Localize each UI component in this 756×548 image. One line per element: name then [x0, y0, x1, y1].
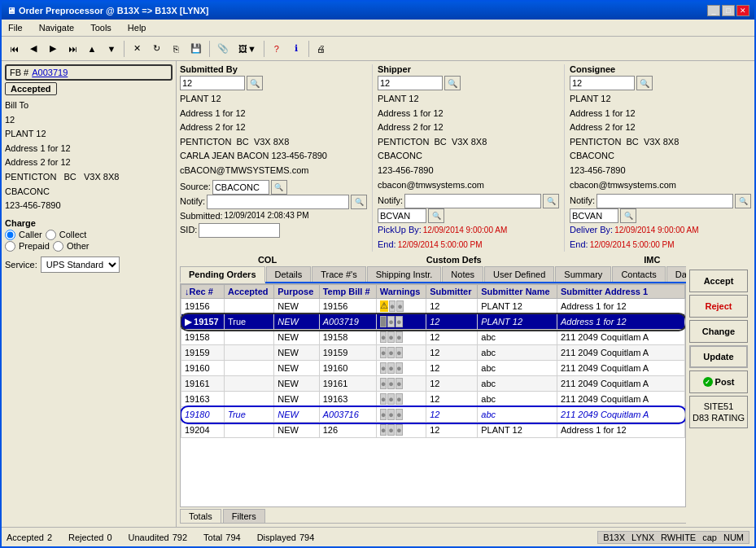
- bill-to-val: 12: [5, 113, 173, 128]
- source-input[interactable]: [212, 180, 269, 195]
- update-button[interactable]: Update: [689, 345, 748, 368]
- bcvan-search-cons[interactable]: 🔍: [620, 208, 636, 223]
- shipper-search[interactable]: 🔍: [444, 76, 461, 90]
- submitted-by-input[interactable]: [180, 76, 245, 90]
- dropdown-button[interactable]: 🖼▼: [234, 40, 260, 58]
- table-row-italic-blue[interactable]: 19180 True NEW A003716 ●●● 12 abc 211 20…: [181, 407, 685, 423]
- end-row-cons: End: 12/09/2014 5:00:00 PM: [570, 238, 751, 252]
- bottom-tab-filters[interactable]: Filters: [223, 509, 265, 523]
- col-temp-bill[interactable]: Temp Bill #: [319, 285, 376, 299]
- main-area: Submitted By 🔍 PLANT 12 Address 1 for 12…: [177, 61, 754, 527]
- col-rec-num[interactable]: ↓Rec #: [181, 285, 225, 299]
- b13x-label: B13X: [603, 533, 625, 542]
- prepaid-radio[interactable]: [5, 241, 15, 252]
- bcvan-input-ship[interactable]: [378, 208, 426, 223]
- notify-search-cons[interactable]: 🔍: [735, 194, 751, 208]
- window-title: Order Preprocessor @ B13X => B13X [LYNX]: [19, 6, 208, 15]
- help-button[interactable]: ?: [268, 40, 286, 58]
- col-purpose[interactable]: Purpose: [274, 285, 319, 299]
- wi2: ●: [387, 424, 395, 436]
- consignee-input[interactable]: [570, 76, 635, 90]
- post-button[interactable]: ✓ Post: [689, 370, 748, 393]
- info-button[interactable]: ℹ: [287, 40, 305, 58]
- sid-input[interactable]: [199, 223, 280, 238]
- attach-button[interactable]: 📎: [213, 40, 233, 58]
- submitted-by-search[interactable]: 🔍: [247, 76, 263, 90]
- left-city-prov: PENTICTON BC V3X 8X8: [5, 170, 173, 185]
- consignee-header: Consignee: [570, 64, 751, 74]
- table-row[interactable]: 19158 NEW 19158 ●●● 12 abc 211 2049 Coqu…: [181, 330, 685, 345]
- wi3: ●: [395, 409, 403, 420]
- wi2: ●: [387, 393, 395, 405]
- bcvan-input-cons[interactable]: [570, 208, 618, 223]
- left-panel: FB # A003719 Accepted Bill To 12 PLANT 1…: [2, 61, 177, 527]
- nav-prev-button[interactable]: ◀: [24, 40, 42, 58]
- copy-button[interactable]: ⎘: [167, 40, 185, 58]
- table-row[interactable]: 19204 NEW 126 ●●● 12 PLANT 12 Address 1 …: [181, 423, 685, 438]
- caller-radio[interactable]: [5, 230, 15, 240]
- notify-search-ship[interactable]: 🔍: [543, 194, 559, 208]
- close-button[interactable]: ✕: [736, 5, 749, 16]
- change-button[interactable]: Change: [689, 320, 748, 343]
- refresh-button[interactable]: ↻: [147, 40, 165, 58]
- table-row[interactable]: 19156 NEW 19156 ⚠ ● ●: [181, 299, 685, 314]
- menu-file[interactable]: File: [5, 21, 26, 34]
- notify-input-cons[interactable]: [596, 194, 733, 208]
- move-up-button[interactable]: ▲: [83, 40, 101, 58]
- fb-box: FB # A003719: [5, 64, 173, 81]
- col-submitter-addr[interactable]: Submitter Address 1: [557, 285, 684, 299]
- menu-tools[interactable]: Tools: [87, 21, 115, 34]
- other-radio[interactable]: [53, 241, 63, 252]
- menu-help[interactable]: Help: [125, 21, 150, 34]
- orders-table-container: ↓Rec # Accepted Purpose Temp Bill # Warn…: [180, 283, 686, 507]
- accept-button[interactable]: Accept: [689, 270, 748, 292]
- notify-search-sub[interactable]: 🔍: [351, 195, 367, 209]
- nav-first-button[interactable]: ⏮: [5, 40, 23, 58]
- tab-dang-goods[interactable]: Dang.Goods: [666, 266, 686, 282]
- table-row[interactable]: 19161 NEW 19161 ●●● 12 abc 211 2049 Coqu…: [181, 376, 685, 392]
- tab-trace-numbers[interactable]: Trace #'s: [312, 266, 365, 282]
- table-row-selected[interactable]: ▶ 19157 True NEW A003719 ● ● ●: [181, 314, 685, 330]
- source-search-btn[interactable]: 🔍: [271, 180, 287, 195]
- fb-number[interactable]: A003719: [32, 68, 68, 77]
- print-button[interactable]: 🖨: [312, 40, 330, 58]
- tab-summary[interactable]: Summary: [555, 266, 611, 282]
- notify-input-ship[interactable]: [404, 194, 541, 208]
- tab-contacts[interactable]: Contacts: [612, 266, 665, 282]
- move-down-button[interactable]: ▼: [103, 40, 120, 58]
- table-row[interactable]: 19159 NEW 19159 ●●● 12 abc 211 2049 Coqu…: [181, 345, 685, 361]
- wi3: ●: [395, 393, 403, 405]
- imc-label: IMC: [553, 255, 752, 265]
- save-alt-button[interactable]: 💾: [186, 40, 206, 58]
- maximize-button[interactable]: □: [722, 5, 735, 16]
- nav-next-button[interactable]: ▶: [44, 40, 62, 58]
- toolbar: ⏮ ◀ ▶ ⏭ ▲ ▼ ✕ ↻ ⎘ 💾 📎 🖼▼ ? ℹ 🖨: [2, 37, 754, 61]
- reject-button[interactable]: Reject: [689, 295, 748, 318]
- shipper-input[interactable]: [378, 76, 443, 90]
- table-row[interactable]: 19160 NEW 19160 ●●● 12 abc 211 2049 Coqu…: [181, 361, 685, 376]
- tab-notes[interactable]: Notes: [442, 266, 483, 282]
- table-row[interactable]: 19163 NEW 19163 ●●● 12 abc 211 2049 Coqu…: [181, 392, 685, 407]
- consignee-search[interactable]: 🔍: [636, 76, 653, 90]
- tab-details[interactable]: Details: [266, 266, 312, 282]
- site-rating-button[interactable]: SITE51 D83 RATING: [689, 396, 748, 428]
- col-warnings[interactable]: Warnings: [376, 285, 426, 299]
- col-submitter[interactable]: Submitter: [426, 285, 478, 299]
- source-row: Source: 🔍: [180, 180, 367, 195]
- col-accepted[interactable]: Accepted: [225, 285, 274, 299]
- menu-navigate[interactable]: Navigate: [36, 21, 77, 34]
- tab-pending-orders[interactable]: Pending Orders: [180, 266, 265, 283]
- tab-user-defined[interactable]: User Defined: [484, 266, 554, 282]
- nav-last-button[interactable]: ⏭: [63, 40, 81, 58]
- tab-shipping-instr[interactable]: Shipping Instr.: [367, 266, 442, 282]
- delete-button[interactable]: ✕: [128, 40, 146, 58]
- bottom-tab-totals[interactable]: Totals: [180, 509, 221, 523]
- service-select[interactable]: UPS Standard: [41, 256, 120, 273]
- bill-to-label: Bill To: [5, 99, 173, 113]
- minimize-button[interactable]: _: [707, 5, 720, 16]
- notify-input-sub[interactable]: [207, 195, 349, 209]
- bcvan-search-ship[interactable]: 🔍: [428, 208, 444, 223]
- col-submitter-name[interactable]: Submitter Name: [478, 285, 557, 299]
- toolbar-sep-1: [124, 41, 125, 57]
- collect-radio[interactable]: [46, 230, 56, 240]
